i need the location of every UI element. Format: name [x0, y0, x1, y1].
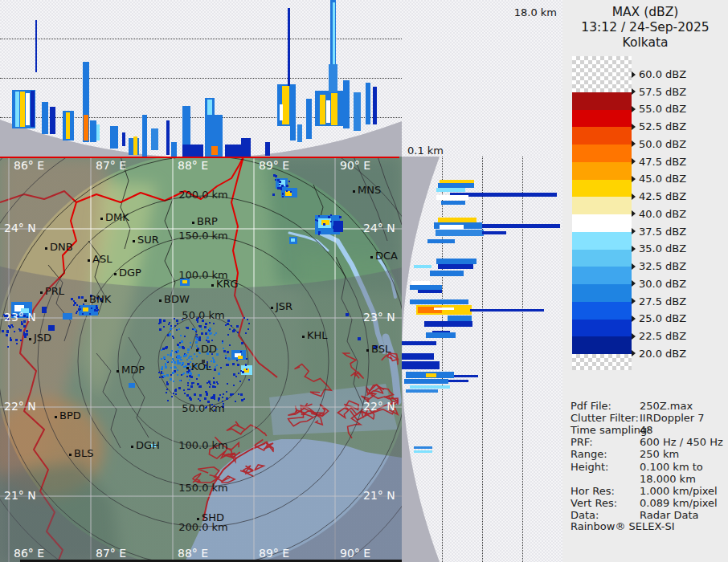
echo-speckle	[83, 303, 84, 305]
echo-speckle	[190, 376, 193, 378]
echo-speckle	[159, 377, 161, 378]
echo-bar	[333, 2, 335, 67]
echo-speckle	[170, 378, 172, 381]
city-marker	[133, 240, 135, 242]
echo-speckle	[190, 342, 191, 344]
city-marker	[271, 307, 273, 309]
echo-speckle	[176, 320, 178, 322]
echo-bar	[414, 265, 431, 268]
city-marker	[302, 336, 305, 338]
echo-cell	[129, 383, 135, 388]
echo-speckle	[170, 354, 172, 356]
legend-entry-text: 45.0 dBZ	[639, 173, 686, 185]
legend-swatch-transparent-low	[572, 354, 632, 370]
echo-speckle	[195, 337, 197, 339]
echo-speckle	[184, 336, 186, 337]
legend-tick-arrow-icon	[632, 193, 636, 200]
echo-speckle	[6, 334, 8, 336]
echo-speckle	[174, 361, 176, 364]
city-label: BPD	[59, 409, 81, 422]
info-row-label: Range:	[571, 448, 607, 460]
city-marker	[40, 291, 43, 294]
echo-bar	[133, 136, 137, 155]
height-gridline	[482, 157, 483, 562]
echo-speckle	[280, 187, 282, 189]
echo-speckle	[210, 384, 211, 385]
legend-swatch	[572, 336, 632, 354]
echo-speckle	[186, 373, 188, 374]
echo-speckle	[211, 340, 213, 341]
echo-bar	[343, 80, 350, 128]
legend-entry-text: 57.5 dBZ	[639, 86, 686, 98]
latitude-label-right: 24° N	[363, 222, 395, 234]
echo-speckle	[165, 364, 166, 366]
echo-cell	[48, 325, 55, 331]
echo-bar	[436, 188, 465, 192]
echo-speckle	[187, 389, 189, 390]
echo-bar	[366, 83, 370, 124]
echo-bar	[122, 132, 125, 146]
echo-bar	[171, 142, 177, 157]
echo-bar	[306, 99, 312, 139]
legend-tick-arrow-icon	[632, 210, 636, 217]
echo-speckle	[330, 221, 332, 222]
echo-cell	[238, 356, 243, 359]
legend-swatch	[572, 214, 632, 232]
legend-tick-arrow-icon	[632, 246, 636, 252]
echo-cell	[291, 238, 295, 242]
echo-speckle	[170, 328, 172, 330]
radar-map-display[interactable]: 86° E86° E87° E87° E88° E88° E89° E89° E…	[0, 157, 402, 562]
echo-speckle	[237, 364, 239, 366]
echo-bar	[35, 20, 37, 72]
echo-speckle	[226, 391, 227, 393]
echo-speckle	[330, 214, 332, 216]
echo-bar	[329, 64, 337, 92]
echo-bar	[482, 231, 506, 234]
echo-speckle	[245, 364, 247, 366]
info-row-value: 250Z.max	[640, 400, 693, 412]
echo-speckle	[240, 370, 242, 372]
legend-swatch	[572, 110, 632, 128]
echo-speckle	[198, 339, 201, 341]
echo-bar	[430, 271, 464, 276]
echo-speckle	[216, 364, 218, 366]
city-marker	[192, 222, 194, 224]
echo-speckle	[318, 215, 320, 217]
city-label: MDP	[121, 364, 145, 376]
echo-bar	[414, 446, 432, 449]
echo-speckle	[246, 369, 247, 370]
echo-speckle	[14, 331, 15, 332]
city-label: BDW	[164, 293, 190, 305]
echo-speckle	[165, 366, 167, 369]
echo-speckle	[241, 342, 243, 344]
echo-speckle	[208, 381, 211, 383]
echo-speckle	[78, 308, 80, 311]
echo-speckle	[76, 304, 78, 306]
echo-speckle	[187, 348, 190, 351]
echo-speckle	[23, 333, 26, 336]
legend-entry: 25.0 dBZ	[632, 312, 686, 324]
echo-speckle	[231, 325, 232, 327]
longitude-label-top: 87° E	[96, 159, 126, 172]
echo-bar	[436, 230, 484, 236]
legend-swatch	[572, 250, 632, 267]
range-ring-label: 150.0 km	[178, 230, 228, 242]
longitude-label-top: 90° E	[340, 159, 370, 172]
legend-entry: 47.5 dBZ	[632, 156, 686, 168]
vertical-cross-section-side-panel[interactable]	[402, 157, 562, 562]
legend-entry-text: 42.5 dBZ	[639, 190, 686, 202]
echo-speckle	[178, 387, 181, 389]
echo-bar	[31, 91, 35, 127]
echo-speckle	[173, 381, 174, 382]
echo-speckle	[206, 391, 207, 393]
legend-entry-text: 47.5 dBZ	[639, 156, 686, 168]
echo-bar	[182, 145, 203, 157]
echo-speckle	[207, 394, 208, 396]
echo-speckle	[243, 317, 245, 319]
city-marker	[159, 299, 162, 302]
legend-tick-arrow-icon	[632, 176, 636, 182]
legend-entry-text: 20.0 dBZ	[639, 348, 686, 360]
vertical-cross-section-top-panel[interactable]	[0, 0, 402, 157]
echo-bar	[406, 389, 438, 393]
echo-speckle	[172, 336, 174, 337]
